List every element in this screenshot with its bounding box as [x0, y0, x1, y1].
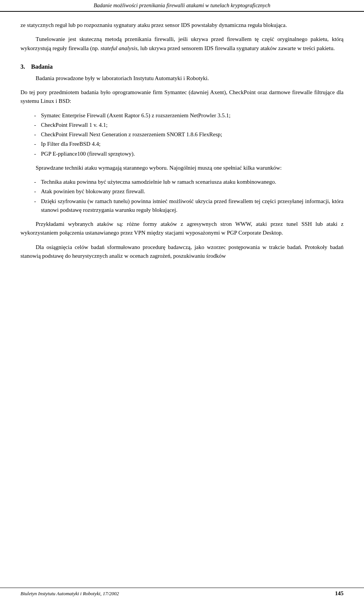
paragraph-2-italic: stateful analysis [100, 45, 137, 51]
paragraph-6: Przykładami wybranych ataków są: różne f… [20, 220, 344, 238]
paragraph-2-end: , lub ukrywa przed sensorem IDS firewall… [137, 45, 335, 51]
conditions-list: Technika ataku powinna być użyteczna sam… [20, 178, 344, 214]
list-item-4-text: Ip Filter dla FreeBSD 4.4; [41, 141, 100, 147]
footer-right: 145 [335, 590, 344, 597]
paragraph-3: Badania prowadzone były w laboratoriach … [20, 74, 344, 83]
paragraph-7: Dla osiągnięcia celów badań sformułowano… [20, 243, 344, 261]
list-item-2: CheckPoint Firewall 1 v. 4.1; [34, 121, 344, 129]
page-footer: Biuletyn Instytutu Automatyki i Robotyki… [0, 588, 364, 599]
section-3-heading: 3. Badania [20, 63, 344, 70]
list-item-3-text: CheckPoint Firewall Next Generation z ro… [41, 131, 222, 137]
list-item-5-text: PGP E-ppliance100 (firewall sprzętowy). [41, 151, 135, 157]
paragraph-5-text: Sprawdzane techniki ataku wymagają stara… [36, 165, 282, 171]
condition-3: Dzięki szyfrowaniu (w ramach tunelu) pow… [34, 197, 344, 215]
list-item-4: Ip Filter dla FreeBSD 4.4; [34, 140, 344, 148]
paragraph-4-text: Do tej pory przedmiotem badania było opr… [20, 89, 344, 104]
paragraph-2: Tunelowanie jest skuteczną metodą przeni… [20, 35, 344, 53]
section-number: 3. [20, 63, 25, 70]
page-container: Badanie możliwości przenikania firewalli… [0, 0, 364, 599]
paragraph-3-text: Badania prowadzone były w laboratoriach … [36, 75, 209, 81]
paragraph-4: Do tej pory przedmiotem badania było opr… [20, 88, 344, 106]
condition-1-text: Technika ataku powinna być użyteczna sam… [41, 179, 276, 185]
list-item-1-text: Symatec Enterprise Firewall (Axent Rapto… [41, 112, 231, 118]
condition-2-text: Atak powinien być blokowany przez firewa… [41, 188, 145, 194]
paragraph-1-text: ze statycznych reguł lub po rozpoznaniu … [20, 22, 287, 28]
paragraph-6-text: Przykładami wybranych ataków są: różne f… [20, 221, 344, 236]
page-content: ze statycznych reguł lub po rozpoznaniu … [0, 12, 364, 296]
list-item-1: Symatec Enterprise Firewall (Axent Rapto… [34, 111, 344, 120]
software-list: Symatec Enterprise Firewall (Axent Rapto… [20, 111, 344, 158]
condition-2: Atak powinien być blokowany przez firewa… [34, 187, 344, 196]
paragraph-5: Sprawdzane techniki ataku wymagają stara… [20, 164, 344, 172]
header-title: Badanie możliwości przenikania firewalli… [94, 2, 270, 8]
condition-3-text: Dzięki szyfrowaniu (w ramach tunelu) pow… [41, 198, 344, 213]
page-header: Badanie możliwości przenikania firewalli… [0, 0, 364, 12]
footer-left: Biuletyn Instytutu Automatyki i Robotyki… [20, 591, 119, 597]
paragraph-7-text: Dla osiągnięcia celów badań sformułowano… [20, 244, 344, 259]
list-item-3: CheckPoint Firewall Next Generation z ro… [34, 130, 344, 139]
condition-1: Technika ataku powinna być użyteczna sam… [34, 178, 344, 186]
paragraph-1: ze statycznych reguł lub po rozpoznaniu … [20, 21, 344, 30]
list-item-5: PGP E-ppliance100 (firewall sprzętowy). [34, 150, 344, 158]
section-title: Badania [31, 63, 53, 70]
list-item-2-text: CheckPoint Firewall 1 v. 4.1; [41, 122, 108, 128]
